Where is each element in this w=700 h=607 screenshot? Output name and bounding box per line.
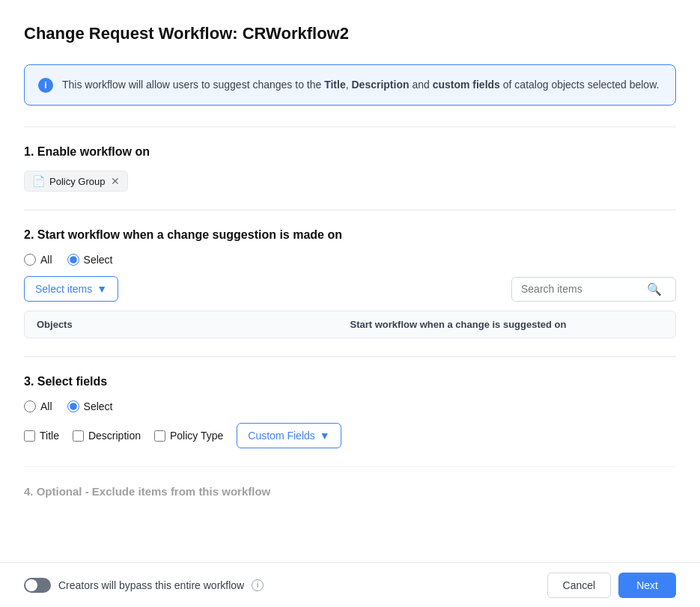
s3-radio-select-input[interactable]	[67, 400, 79, 412]
title-label: Title	[40, 430, 59, 442]
s3-radio-select-label[interactable]: Select	[67, 400, 113, 412]
page-title: Change Request Workflow: CRWorkflow2	[24, 24, 676, 43]
section-1-title: 1. Enable workflow on	[24, 145, 676, 159]
section-3: 3. Select fields All Select Title Descri…	[24, 356, 676, 466]
policy-type-checkbox[interactable]	[154, 430, 165, 442]
s3-radio-all-input[interactable]	[24, 400, 36, 412]
radio-select-label[interactable]: Select	[67, 254, 113, 266]
search-icon: 🔍	[647, 282, 662, 296]
table-header: Objects Start workflow when a change is …	[24, 311, 676, 338]
info-banner: i This workflow will allow users to sugg…	[24, 64, 676, 106]
section-3-title: 3. Select fields	[24, 375, 676, 388]
select-items-chevron: ▼	[97, 283, 107, 295]
title-checkbox-label[interactable]: Title	[24, 430, 59, 442]
search-input[interactable]	[521, 283, 641, 295]
bypass-row: ✕ Creators will bypass this entire workf…	[24, 578, 264, 593]
section-2-title: 2. Start workflow when a change suggesti…	[24, 228, 676, 242]
radio-all-text: All	[40, 254, 52, 266]
s3-radio-all-label[interactable]: All	[24, 400, 52, 412]
table-col-workflow: Start workflow when a change is suggeste…	[350, 319, 664, 330]
bottom-bar: ✕ Creators will bypass this entire workf…	[0, 562, 700, 607]
description-checkbox-label[interactable]: Description	[73, 430, 141, 442]
radio-select-text: Select	[84, 254, 113, 266]
bypass-info-icon[interactable]: i	[252, 579, 264, 591]
policy-group-tag: 📄 Policy Group ✕	[24, 171, 128, 192]
description-checkbox[interactable]	[73, 430, 84, 442]
remove-policy-group-button[interactable]: ✕	[111, 176, 120, 186]
toggle-wrap: ✕	[24, 578, 51, 593]
radio-select-input[interactable]	[67, 254, 79, 266]
s3-radio-all-text: All	[40, 400, 52, 412]
select-items-button[interactable]: Select items ▼	[24, 276, 118, 302]
policy-type-checkbox-label[interactable]: Policy Type	[154, 430, 223, 442]
radio-all-label[interactable]: All	[24, 254, 52, 266]
table-col-objects: Objects	[37, 319, 350, 330]
custom-fields-label: Custom Fields	[248, 430, 314, 442]
next-button[interactable]: Next	[618, 573, 676, 598]
policy-group-label: Policy Group	[49, 176, 105, 187]
section-1: 1. Enable workflow on 📄 Policy Group ✕	[24, 126, 676, 210]
section-3-radio-row: All Select	[24, 400, 676, 412]
fields-checkbox-row: Title Description Policy Type Custom Fie…	[24, 423, 676, 448]
s3-radio-select-text: Select	[84, 400, 113, 412]
custom-fields-button[interactable]: Custom Fields ▼	[237, 423, 341, 448]
bypass-text: Creators will bypass this entire workflo…	[58, 579, 244, 591]
action-buttons: Cancel Next	[547, 573, 676, 598]
bypass-toggle[interactable]: ✕	[24, 578, 51, 593]
section-2: 2. Start workflow when a change suggesti…	[24, 210, 676, 356]
tag-row: 📄 Policy Group ✕	[24, 171, 676, 192]
cancel-button[interactable]: Cancel	[547, 573, 612, 598]
section-2-radio-row: All Select	[24, 254, 676, 266]
toggle-dot	[25, 579, 37, 591]
policy-group-icon: 📄	[32, 175, 45, 187]
custom-fields-chevron: ▼	[320, 430, 330, 442]
select-items-label: Select items	[35, 283, 92, 295]
info-banner-text: This workflow will allow users to sugges…	[62, 77, 659, 93]
section-4-title: 4. Optional - Exclude items from this wo…	[24, 466, 676, 498]
search-box: 🔍	[511, 277, 676, 302]
info-icon: i	[38, 78, 53, 93]
policy-type-label: Policy Type	[170, 430, 223, 442]
title-checkbox[interactable]	[24, 430, 35, 442]
section-2-controls: Select items ▼ 🔍	[24, 276, 676, 302]
description-label: Description	[88, 430, 141, 442]
radio-all-input[interactable]	[24, 254, 36, 266]
